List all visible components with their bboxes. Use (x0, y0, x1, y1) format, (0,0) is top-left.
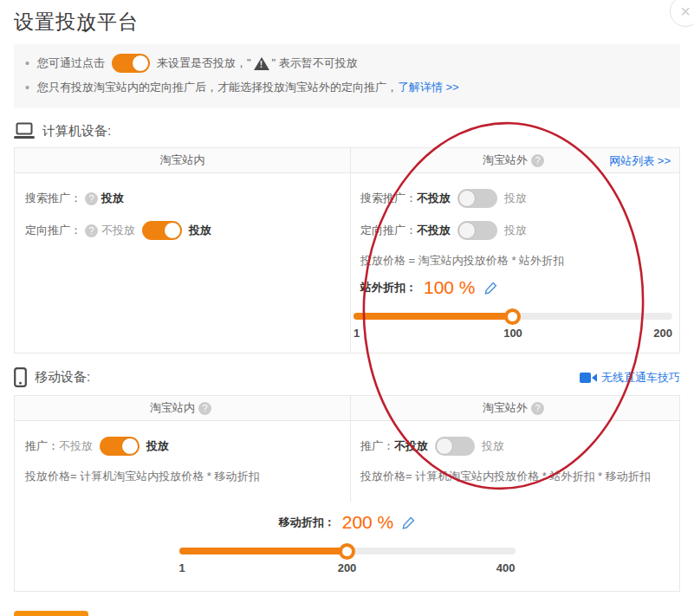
help-icon[interactable]: ? (531, 154, 544, 167)
pc-table: 淘宝站内 淘宝站外 ? 网站列表 >> 搜索推广： ? 投放 定向推广： ? 不… (14, 147, 680, 353)
mobile-discount-value: 200 % (342, 512, 394, 533)
toggle-knob (132, 55, 149, 72)
bullet-icon: • (25, 76, 29, 99)
help-icon[interactable]: ? (531, 402, 544, 415)
slider-current-label: 100 (503, 327, 522, 340)
pc-offsite-search-row: 搜索推广： 不投放 投放 (360, 188, 670, 209)
mobile-onsite-price-formula: 投放价格= 计算机淘宝站内投放价格 * 移动折扣 (25, 469, 340, 484)
mobile-discount-label: 移动折扣： (279, 515, 335, 530)
pc-table-body: 搜索推广： ? 投放 定向推广： ? 不投放 投放 搜索推广： 不投放 投放 (15, 173, 679, 353)
mobile-section-header: 移动设备: 无线直通车技巧 (14, 367, 680, 387)
notice-box: • 您可通过点击 来设置是否投放，" ! " 表示暂不可投放 • 您只有投放淘宝… (14, 44, 680, 108)
notice-line-2: • 您只有投放淘宝站内的定向推广后，才能选择投放淘宝站外的定向推广， 了解详情 … (25, 76, 669, 99)
slider-min-label: 1 (179, 561, 185, 574)
offsite-slider-labels: 1 100 200 (353, 327, 672, 344)
example-toggle[interactable] (112, 54, 150, 73)
help-icon[interactable]: ? (85, 224, 98, 237)
offsite-discount-value: 100 % (424, 277, 476, 298)
offsite-discount-slider[interactable] (353, 308, 672, 324)
slider-handle[interactable] (504, 308, 521, 325)
pc-heading: 计算机设备: (14, 122, 111, 139)
notice-line-1: • 您可通过点击 来设置是否投放，" ! " 表示暂不可投放 (25, 52, 669, 75)
computer-icon (14, 122, 35, 139)
slider-handle[interactable] (339, 543, 355, 560)
pc-onsite-search-row: 搜索推广： ? 投放 (25, 188, 340, 209)
mobile-offsite-toggle[interactable] (435, 437, 475, 456)
search-promo-label: 搜索推广： (25, 191, 81, 206)
mobile-table: 淘宝站内 ? 淘宝站外 ? 推广： 不投放 投放 投放价格= 计算机淘宝站内投放… (14, 395, 680, 592)
mobile-offsite-promo-row: 推广： 不投放 投放 (360, 436, 670, 457)
edit-pencil-icon[interactable] (402, 516, 415, 529)
notice-1-suffix: " 表示暂不可投放 (272, 52, 358, 75)
mobile-offsite-price-formula: 投放价格= 计算机淘宝站内投放价格 * 站外折扣 * 移动折扣 (360, 469, 670, 484)
pc-offsite-header-label: 淘宝站外 (483, 152, 528, 168)
pc-onsite-target-toggle[interactable] (142, 221, 182, 240)
slider-current-label: 200 (338, 561, 357, 574)
mobile-onsite-promo-row: 推广： 不投放 投放 (25, 436, 340, 457)
pc-offsite-header: 淘宝站外 ? 网站列表 >> (351, 148, 679, 172)
wireless-tips-link[interactable]: 无线直通车技巧 (580, 370, 680, 386)
mobile-slider-labels: 1 200 400 (179, 561, 516, 579)
pc-onsite-header-label: 淘宝站内 (160, 152, 205, 168)
save-settings-button[interactable]: 保存设置 (14, 611, 88, 616)
target-promo-label: 定向推广： (25, 223, 81, 238)
edit-pencil-icon[interactable] (484, 282, 497, 295)
mobile-table-header: 淘宝站内 ? 淘宝站外 ? (15, 396, 679, 421)
mobile-discount-slider-area: 1 200 400 (179, 543, 516, 579)
slider-max-label: 200 (653, 327, 672, 340)
mobile-table-body: 推广： 不投放 投放 投放价格= 计算机淘宝站内投放价格 * 移动折扣 推广： … (15, 421, 679, 502)
pc-offsite-cell: 搜索推广： 不投放 投放 定向推广： 不投放 投放 投放价格 = 淘宝站内投放价… (351, 173, 679, 353)
on-label: 投放 (504, 191, 527, 206)
toggle-knob (436, 438, 453, 455)
mobile-onsite-toggle[interactable] (100, 437, 139, 456)
offsite-discount-label: 站外折扣： (360, 280, 417, 295)
mobile-offsite-header: 淘宝站外 ? (351, 396, 679, 420)
pc-table-header: 淘宝站内 淘宝站外 ? 网站列表 >> (15, 148, 679, 173)
site-list-link[interactable]: 网站列表 >> (609, 148, 671, 173)
bullet-icon: • (25, 52, 29, 75)
off-label: 不投放 (417, 191, 451, 206)
help-icon[interactable]: ? (85, 192, 98, 205)
page-title: 设置投放平台 (14, 9, 680, 36)
notice-1-mid: 来设置是否投放，" (157, 52, 251, 75)
help-icon[interactable]: ? (198, 402, 211, 415)
search-promo-label: 搜索推广： (360, 191, 417, 206)
toggle-knob (164, 222, 181, 239)
mobile-discount-line: 移动折扣： 200 % (15, 512, 679, 533)
mobile-discount-slider[interactable] (179, 543, 516, 559)
pc-offsite-price-formula: 投放价格 = 淘宝站内投放价格 * 站外折扣 (360, 253, 670, 269)
learn-more-link[interactable]: 了解详情 >> (398, 76, 459, 99)
pc-offsite-target-row: 定向推广： 不投放 投放 (360, 220, 670, 241)
slider-fill (353, 313, 513, 320)
pc-offsite-search-toggle[interactable] (457, 189, 497, 208)
mobile-heading-label: 移动设备: (35, 369, 90, 386)
on-label: 投放 (146, 438, 169, 454)
pc-offsite-target-toggle[interactable] (457, 221, 497, 240)
warning-triangle-icon: ! (254, 57, 269, 70)
target-promo-label: 定向推广： (360, 223, 417, 238)
offsite-discount-line: 站外折扣： 100 % (360, 277, 670, 298)
mobile-offsite-cell: 推广： 不投放 投放 投放价格= 计算机淘宝站内投放价格 * 站外折扣 * 移动… (351, 421, 679, 502)
phone-icon (14, 367, 27, 387)
mobile-heading: 移动设备: (14, 367, 90, 387)
slider-fill (179, 548, 347, 554)
wireless-tips-label: 无线直通车技巧 (601, 370, 680, 386)
off-label: 不投放 (417, 223, 451, 238)
off-label: 不投放 (59, 438, 93, 454)
promo-label: 推广： (360, 438, 394, 454)
notice-1-pre: 您可通过点击 (37, 52, 105, 75)
toggle-knob (121, 438, 139, 455)
offsite-discount-slider-area: 1 100 200 (353, 308, 672, 344)
mobile-offsite-header-label: 淘宝站外 (483, 400, 528, 416)
notice-2-text: 您只有投放淘宝站内的定向推广后，才能选择投放淘宝站外的定向推广， (37, 76, 398, 99)
promo-label: 推广： (25, 438, 59, 454)
slider-min-label: 1 (353, 327, 360, 340)
on-label: 投放 (482, 438, 504, 454)
off-label: 不投放 (394, 438, 428, 454)
on-label: 投放 (504, 223, 527, 238)
search-promo-value: 投放 (101, 191, 124, 206)
toggle-knob (458, 222, 476, 239)
mobile-onsite-header: 淘宝站内 ? (15, 396, 351, 420)
mobile-onsite-header-label: 淘宝站内 (150, 400, 195, 416)
video-camera-icon (580, 373, 597, 383)
